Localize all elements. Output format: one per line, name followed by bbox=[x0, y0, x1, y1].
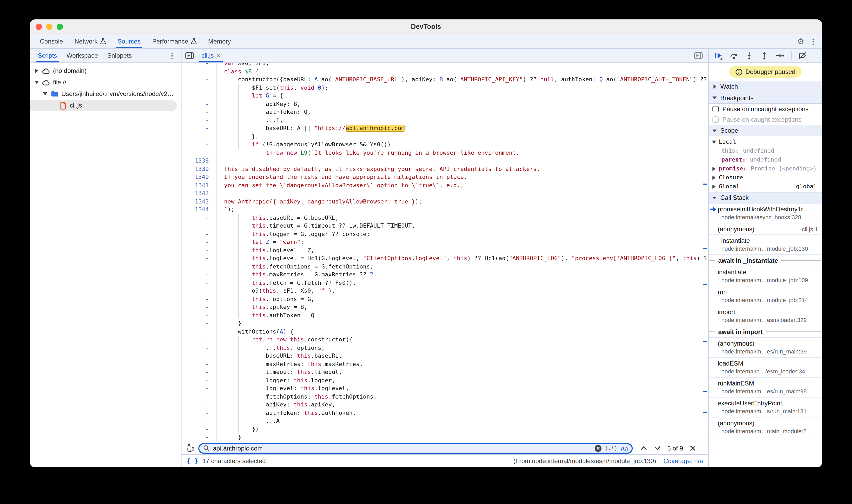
line-number[interactable]: - bbox=[181, 304, 216, 311]
call-stack-frame[interactable]: _instantiatenode:internal/m…module_job:1… bbox=[709, 235, 822, 255]
code-line[interactable]: - logger: this.logger, bbox=[181, 376, 708, 384]
regex-toggle[interactable]: (.*) bbox=[605, 445, 618, 451]
previous-match-icon[interactable] bbox=[640, 445, 647, 451]
line-number[interactable]: - bbox=[181, 377, 216, 384]
code-line[interactable]: - this._options = G, bbox=[181, 295, 708, 303]
line-number[interactable]: - bbox=[181, 353, 216, 360]
breakpoints-section-header[interactable]: Breakpoints bbox=[709, 92, 822, 104]
code-line[interactable]: - authToken: this.authToken, bbox=[181, 409, 708, 417]
code-line[interactable]: - this.fetchOptions = G.fetchOptions, bbox=[181, 263, 708, 271]
line-number[interactable]: - bbox=[181, 125, 216, 132]
line-number[interactable]: - bbox=[181, 76, 216, 83]
code-line[interactable]: - this.apiKey = B, bbox=[181, 303, 708, 311]
code-line[interactable]: -var Xs0, $F1; bbox=[181, 63, 708, 67]
navigator-more-icon[interactable]: ⋮ bbox=[168, 49, 178, 62]
line-number[interactable]: - bbox=[181, 215, 216, 221]
replace-toggle-icon[interactable]: A B bbox=[186, 444, 195, 453]
line-number[interactable]: - bbox=[181, 271, 216, 278]
code-line[interactable]: - this.logLevel = Z, bbox=[181, 246, 708, 254]
line-number[interactable]: - bbox=[181, 93, 216, 100]
line-number[interactable]: 1344 bbox=[181, 206, 216, 213]
line-number[interactable]: - bbox=[181, 393, 216, 400]
line-number[interactable]: 1340 bbox=[181, 174, 216, 181]
line-number[interactable]: - bbox=[181, 149, 216, 156]
main-tab-network[interactable]: Network bbox=[70, 34, 111, 48]
call-stack-frame[interactable]: (anonymous)node:internal/m…es/run_main:9… bbox=[709, 338, 822, 358]
call-stack-frame[interactable]: (anonymous)node:internal/m…main_module:2 bbox=[709, 417, 822, 437]
code-line[interactable]: - o9(this, $F1, Xs0, "f"), bbox=[181, 287, 708, 295]
line-number[interactable]: - bbox=[181, 117, 216, 124]
code-line[interactable]: - withOptions(A) { bbox=[181, 327, 708, 336]
main-tab-memory[interactable]: Memory bbox=[203, 34, 236, 48]
scope-row[interactable]: this:undefined bbox=[709, 146, 822, 155]
tree-item-file-[interactable]: file:// bbox=[30, 76, 181, 88]
code-line[interactable]: - let G = { bbox=[181, 92, 708, 100]
line-number[interactable]: - bbox=[181, 239, 216, 246]
line-number[interactable]: 1341 bbox=[181, 182, 216, 189]
navigator-tab-snippets[interactable]: Snippets bbox=[103, 49, 137, 62]
line-number[interactable]: - bbox=[181, 68, 216, 75]
main-tab-console[interactable]: Console bbox=[35, 34, 68, 48]
code-line[interactable]: -class $8 { bbox=[181, 67, 708, 75]
line-number[interactable]: 1343 bbox=[181, 198, 216, 205]
line-number[interactable]: 1339 bbox=[181, 166, 216, 173]
code-line[interactable]: 1339This is disabled by default, as it r… bbox=[181, 165, 708, 173]
line-number[interactable]: - bbox=[181, 369, 216, 376]
next-match-icon[interactable] bbox=[654, 445, 661, 451]
line-number[interactable]: - bbox=[181, 223, 216, 230]
match-case-toggle[interactable]: Aa bbox=[621, 445, 628, 451]
code-line[interactable]: - }; bbox=[181, 132, 708, 141]
code-line[interactable]: - apiKey: B, bbox=[181, 100, 708, 108]
line-number[interactable]: - bbox=[181, 337, 216, 343]
line-number[interactable]: - bbox=[181, 401, 216, 408]
tree-item-users-jinhuilee-nvm-versions-node-v2-[interactable]: Users/jinhuilee/.nvm/versions/node/v2… bbox=[30, 88, 181, 100]
code-line[interactable]: 1340If you understand the risks and have… bbox=[181, 173, 708, 181]
pretty-print-icon[interactable]: { } bbox=[187, 457, 198, 465]
deactivate-breakpoints-icon[interactable] bbox=[798, 51, 807, 60]
line-number[interactable]: - bbox=[181, 361, 216, 368]
line-number[interactable]: - bbox=[181, 141, 216, 148]
step-into-icon[interactable] bbox=[745, 51, 753, 60]
line-number[interactable]: - bbox=[181, 312, 216, 319]
source-code-area[interactable]: -var Xs0, $F1;-class $8 {- constructor({… bbox=[181, 63, 708, 442]
code-line[interactable]: - this.timeout = G.timeout ?? Lw.DEFAULT… bbox=[181, 222, 708, 230]
code-line[interactable]: - maxRetries: this.maxRetries, bbox=[181, 360, 708, 368]
code-line[interactable]: - if (!G.dangerouslyAllowBrowser && Ys0(… bbox=[181, 141, 708, 149]
watch-section-header[interactable]: Watch bbox=[709, 81, 822, 92]
line-number[interactable]: - bbox=[181, 418, 216, 425]
call-stack-frame[interactable]: (anonymous)cli.js:1 bbox=[709, 223, 822, 235]
step-over-icon[interactable] bbox=[730, 51, 738, 60]
checkbox[interactable] bbox=[712, 106, 719, 112]
code-line[interactable]: - authToken: Q, bbox=[181, 108, 708, 116]
code-line[interactable]: - ...A bbox=[181, 417, 708, 425]
code-line[interactable]: 1338 bbox=[181, 157, 708, 165]
code-line[interactable]: - apiKey: this.apiKey, bbox=[181, 401, 708, 409]
call-stack-frame[interactable]: runnode:internal/m…module_job:214 bbox=[709, 286, 822, 306]
line-number[interactable]: - bbox=[181, 231, 216, 238]
code-line[interactable]: 1341you can set the \`dangerouslyAllowBr… bbox=[181, 181, 708, 189]
line-number[interactable]: - bbox=[181, 133, 216, 140]
code-line[interactable]: - throw new L9(`It looks like you're run… bbox=[181, 149, 708, 157]
main-tab-performance[interactable]: Performance bbox=[147, 34, 201, 48]
scope-row[interactable]: Closure bbox=[709, 173, 822, 182]
call-stack-frame[interactable]: promiseInitHookWithDestroyTr…node:intern… bbox=[709, 203, 822, 223]
search-input[interactable] bbox=[213, 445, 591, 452]
code-line[interactable]: - $F1.set(this, void 0); bbox=[181, 84, 708, 92]
line-number[interactable]: - bbox=[181, 101, 216, 108]
line-number[interactable]: - bbox=[181, 296, 216, 303]
line-number[interactable]: 1338 bbox=[181, 158, 216, 164]
resume-script-icon[interactable] bbox=[714, 51, 723, 60]
code-line[interactable]: - timeout: this.timeout, bbox=[181, 368, 708, 376]
line-number[interactable]: - bbox=[181, 426, 216, 433]
code-line[interactable]: - constructor({baseURL: A=ao("ANTHROPIC_… bbox=[181, 75, 708, 84]
line-number[interactable]: - bbox=[181, 345, 216, 352]
tree-item--no-domain-[interactable]: (no domain) bbox=[30, 65, 181, 76]
line-number[interactable]: - bbox=[181, 328, 216, 335]
line-number[interactable]: - bbox=[181, 63, 216, 67]
code-line[interactable]: 1342 bbox=[181, 189, 708, 197]
scope-section-header[interactable]: Scope bbox=[709, 125, 822, 136]
code-line[interactable]: - baseURL: this.baseURL, bbox=[181, 352, 708, 360]
line-number[interactable]: - bbox=[181, 85, 216, 91]
step-icon[interactable] bbox=[776, 51, 784, 60]
code-line[interactable]: 1344`); bbox=[181, 205, 708, 214]
